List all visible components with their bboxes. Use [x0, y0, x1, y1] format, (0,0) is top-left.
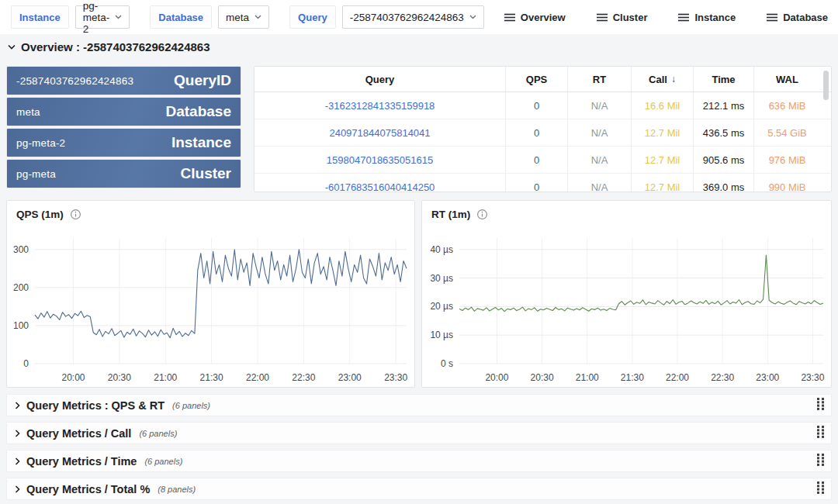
link-overview[interactable]: Overview [504, 12, 566, 23]
drag-handle-icon[interactable] [816, 397, 825, 410]
link-database-label: Database [783, 12, 828, 23]
row-query-metrics-qps-rt[interactable]: Query Metrics : QPS & RT (6 panels) [6, 394, 832, 416]
query-var-label: Query [289, 5, 336, 29]
row-query-metrics-total-pct[interactable]: Query Metrics / Total % (8 panels) [6, 478, 832, 500]
query-link[interactable]: -6017683516040414250 [255, 174, 505, 192]
stat-database-value: meta [16, 106, 40, 118]
list-icon [504, 13, 515, 22]
row-query-metrics-time[interactable]: Query Metrics / Time (6 panels) [6, 450, 832, 472]
svg-text:21:30: 21:30 [200, 372, 223, 383]
query-link[interactable]: -3162312841335159918 [255, 92, 505, 119]
stat-database-label: Database [166, 103, 232, 120]
info-icon[interactable] [476, 209, 488, 220]
rt-chart: 20:0020:3021:0021:3022:0022:3023:0023:30… [422, 223, 831, 387]
call-cell: 12.7 Mil [631, 174, 693, 192]
qps-cell: 0 [505, 92, 567, 119]
list-icon [767, 13, 777, 22]
col-header-call[interactable]: Call↓ [631, 67, 693, 91]
rt-cell: N/A [567, 92, 631, 119]
link-cluster-label: Cluster [613, 12, 648, 23]
rt-chart-panel: RT (1m) 20:0020:3021:0021:3022:0022:3023… [421, 200, 832, 388]
row-title: Query Metrics / Total % [26, 483, 150, 495]
time-cell: 436.5 ms [693, 119, 753, 146]
qps-cell: 0 [505, 119, 567, 146]
row-query-metrics-call[interactable]: Query Metrics / Call (6 panels) [6, 422, 832, 444]
svg-text:20:00: 20:00 [485, 372, 508, 383]
query-table-panel: Query QPS RT Call↓ Time WAL -31623128413… [254, 66, 832, 192]
svg-text:22:30: 22:30 [292, 372, 315, 383]
stat-cluster-label: Cluster [181, 165, 231, 182]
database-var-label: Database [150, 5, 212, 29]
col-header-wal[interactable]: WAL [753, 67, 820, 91]
query-link[interactable]: 240971844075814041 [255, 119, 505, 146]
stat-queryid-label: QueryID [174, 72, 231, 89]
query-link[interactable]: 1598047018635051615 [255, 147, 505, 173]
sort-desc-icon: ↓ [671, 74, 676, 85]
time-cell: 212.1 ms [693, 92, 753, 119]
call-cell: 16.6 Mil [631, 92, 693, 119]
instance-dropdown[interactable]: pg-meta-2 [75, 5, 130, 29]
row-title: Query Metrics : QPS & RT [26, 399, 164, 412]
rt-cell: N/A [567, 147, 631, 173]
time-cell: 369.0 ms [693, 174, 753, 192]
table-row: 1598047018635051615 0 N/A 12.7 Mil 905.6… [255, 147, 831, 174]
info-icon[interactable] [70, 209, 81, 220]
section-title: Overview : -2587403762962424863 [21, 40, 210, 54]
svg-text:40 µs: 40 µs [430, 244, 453, 255]
link-instance[interactable]: Instance [678, 12, 736, 23]
svg-text:0: 0 [23, 358, 29, 369]
svg-text:30 µs: 30 µs [430, 273, 453, 284]
svg-text:20:00: 20:00 [61, 372, 85, 383]
database-dropdown-value: meta [226, 12, 249, 23]
qps-cell: 0 [505, 174, 567, 192]
svg-text:10 µs: 10 µs [430, 330, 453, 340]
drag-handle-icon[interactable] [816, 453, 825, 466]
svg-text:21:00: 21:00 [154, 372, 177, 383]
col-header-time[interactable]: Time [693, 67, 753, 91]
chevron-down-icon [255, 15, 261, 19]
table-row: -6017683516040414250 0 N/A 12.7 Mil 369.… [255, 174, 831, 192]
row-panel-count: (6 panels) [144, 457, 182, 466]
svg-text:23:00: 23:00 [756, 372, 779, 383]
col-header-query[interactable]: Query [255, 67, 505, 91]
svg-text:300: 300 [13, 244, 29, 255]
table-scrollbar[interactable] [823, 71, 829, 100]
topbar: Instance pg-meta-2 Database meta Query -… [0, 0, 838, 34]
svg-text:22:30: 22:30 [711, 372, 734, 383]
dashboard: Instance pg-meta-2 Database meta Query -… [0, 0, 838, 504]
instance-dropdown-value: pg-meta-2 [83, 0, 110, 35]
stat-cluster: pg-meta Cluster [6, 159, 241, 188]
qps-chart-panel: QPS (1m) 20:0020:3021:0021:3022:0022:302… [6, 200, 415, 388]
query-dropdown[interactable]: -2587403762962424863 [342, 5, 484, 29]
link-database[interactable]: Database [767, 12, 828, 23]
drag-handle-icon[interactable] [816, 481, 825, 494]
drag-handle-icon[interactable] [816, 425, 825, 438]
svg-text:0 s: 0 s [441, 358, 453, 369]
link-cluster[interactable]: Cluster [597, 12, 648, 23]
qps-chart: 20:0020:3021:0021:3022:0022:3023:0023:30… [7, 223, 414, 387]
stat-instance-value: pg-meta-2 [16, 137, 65, 149]
chevron-right-icon [15, 430, 20, 437]
var-group-instance: Instance pg-meta-2 [11, 5, 130, 29]
rt-cell: N/A [567, 119, 631, 146]
database-dropdown[interactable]: meta [218, 5, 269, 29]
svg-text:22:00: 22:00 [246, 372, 269, 383]
rt-cell: N/A [567, 174, 631, 192]
section-header-overview[interactable]: Overview : -2587403762962424863 [8, 40, 210, 54]
wal-cell: 976 MiB [753, 147, 820, 173]
svg-text:100: 100 [13, 320, 29, 331]
instance-var-label: Instance [11, 5, 69, 29]
list-icon [597, 13, 608, 22]
svg-text:20:30: 20:30 [108, 372, 131, 383]
var-group-database: Database meta [150, 5, 269, 29]
svg-text:23:30: 23:30 [384, 372, 407, 383]
query-dropdown-value: -2587403762962424863 [350, 12, 464, 23]
table-row: 240971844075814041 0 N/A 12.7 Mil 436.5 … [255, 119, 831, 147]
col-header-rt[interactable]: RT [567, 67, 631, 91]
stat-instance: pg-meta-2 Instance [6, 128, 241, 157]
qps-panel-title: QPS (1m) [16, 209, 64, 220]
call-cell: 12.7 Mil [631, 147, 693, 173]
chevron-right-icon [15, 457, 20, 465]
col-header-qps[interactable]: QPS [505, 67, 567, 91]
rt-panel-title: RT (1m) [431, 209, 470, 220]
